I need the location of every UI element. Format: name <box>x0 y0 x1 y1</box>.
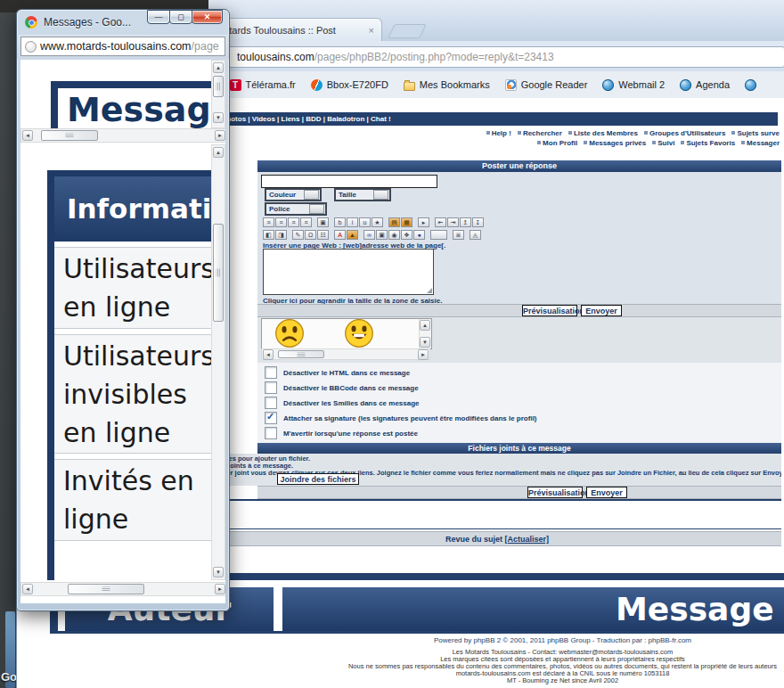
scroll-down-icon[interactable] <box>420 337 430 348</box>
bookmark-item[interactable] <box>745 79 761 91</box>
user-nav-link[interactable]: Groupes d'Utilisateurs <box>644 129 725 137</box>
user-nav-link[interactable]: Messages privés <box>584 139 646 147</box>
top-horizontal-scrollbar[interactable] <box>20 128 225 143</box>
checkbox[interactable]: ✓ <box>265 381 277 394</box>
maximize-button[interactable]: ◻ <box>169 10 192 24</box>
format-button[interactable]: ◧ <box>263 230 274 240</box>
smiley-vertical-scrollbar[interactable] <box>419 319 431 348</box>
scroll-right-icon[interactable] <box>418 349 429 360</box>
format-button[interactable]: ≡ <box>275 217 287 227</box>
scrollbar-thumb[interactable] <box>213 76 224 97</box>
scroll-down-icon[interactable] <box>213 567 224 577</box>
bookmark-item[interactable]: Agenda <box>680 79 730 91</box>
user-nav-link[interactable]: Sujets surve <box>731 129 780 137</box>
format-button[interactable]: ◉ <box>388 230 400 240</box>
format-button[interactable]: ≡ <box>263 217 274 227</box>
format-button[interactable]: ▣ <box>376 230 388 240</box>
new-tab-button[interactable] <box>388 24 426 38</box>
scroll-left-icon[interactable] <box>263 349 274 360</box>
popup-title-bar[interactable]: Messages - Goo... — ◻ ✕ <box>17 10 229 35</box>
attach-files-button[interactable]: Joindre des fichiers <box>277 473 359 485</box>
format-button[interactable] <box>430 230 447 240</box>
grin-smiley-icon[interactable] <box>344 318 374 348</box>
smiley-horizontal-scrollbar[interactable] <box>261 348 430 360</box>
format-button[interactable]: ≡ <box>288 217 299 227</box>
bookmark-item[interactable]: Google Reader <box>505 79 588 91</box>
scrollbar-thumb[interactable] <box>213 224 224 322</box>
format-button[interactable]: ☷ <box>317 230 329 240</box>
user-nav-link[interactable]: Sujets Favoris <box>681 139 735 147</box>
sad-smiley-icon[interactable] <box>274 318 305 348</box>
checkbox[interactable]: ✓ <box>265 366 277 379</box>
format-button[interactable]: b <box>334 217 346 227</box>
format-button[interactable]: ≣ <box>453 230 464 240</box>
checkbox[interactable]: ✓ <box>265 412 277 424</box>
format-button[interactable]: ≡ <box>300 217 312 227</box>
minimize-button[interactable]: — <box>147 10 170 24</box>
dropdown-button[interactable] <box>304 190 319 200</box>
color-select[interactable]: Couleur <box>265 188 322 201</box>
tab-close-icon[interactable]: × <box>369 25 374 36</box>
scroll-up-icon[interactable] <box>213 147 224 158</box>
format-button[interactable]: ❖ <box>401 230 412 240</box>
checkbox[interactable]: ✓ <box>265 427 277 439</box>
format-button[interactable]: ▣ <box>317 217 329 227</box>
format-button[interactable]: ◨ <box>275 230 287 240</box>
format-button[interactable]: A <box>334 230 346 240</box>
browser-tab[interactable]: Motards Toulousains :: Post × <box>208 18 382 41</box>
format-button[interactable]: ↧ <box>472 217 484 227</box>
format-button[interactable]: u <box>359 217 371 227</box>
format-button[interactable]: ▲ <box>347 230 358 240</box>
format-button[interactable]: ✎ <box>292 230 304 240</box>
subject-input[interactable] <box>261 175 437 188</box>
font-select[interactable]: Police <box>265 202 327 216</box>
bookmark-item[interactable]: Bbox-E720FD <box>311 79 388 91</box>
user-nav-link[interactable]: Suivi <box>652 139 674 147</box>
format-button[interactable]: ▦ <box>401 217 412 227</box>
refresh-link[interactable]: [Actualiser] <box>505 535 550 544</box>
bookmark-item[interactable]: Mes Bookmarks <box>404 79 490 91</box>
scrollbar-thumb[interactable] <box>41 130 98 141</box>
format-button[interactable]: ◬ <box>470 230 481 240</box>
checkbox[interactable]: ✓ <box>265 397 277 409</box>
send-button-2[interactable]: Envoyer <box>586 487 627 498</box>
scroll-right-icon[interactable] <box>215 584 225 594</box>
format-button[interactable]: ↥ <box>460 217 471 227</box>
user-nav-link[interactable]: Messager <box>741 139 780 147</box>
bookmark-item[interactable]: Télérama.fr <box>230 79 296 91</box>
send-button[interactable]: Envoyer <box>581 305 622 316</box>
format-button[interactable]: ⇥ <box>447 217 459 227</box>
main-horizontal-scrollbar[interactable] <box>20 582 225 596</box>
format-button[interactable]: i <box>347 217 358 227</box>
scroll-up-icon[interactable] <box>420 320 430 331</box>
forum-nav-bar[interactable]: Photos | Videos | Liens | BDD | Baladotr… <box>213 112 778 126</box>
popup-address-bar[interactable]: www.motards-toulousains.com/page <box>20 37 225 56</box>
preview-button-2[interactable]: Prévisualisation <box>527 487 583 498</box>
scroll-left-icon[interactable] <box>22 584 33 594</box>
format-button[interactable]: ★ <box>372 217 383 227</box>
scroll-left-icon[interactable] <box>22 130 33 141</box>
format-button[interactable]: ▤ <box>388 217 400 227</box>
scroll-right-icon[interactable] <box>215 130 225 141</box>
preview-button[interactable]: Prévisualisation <box>522 305 577 316</box>
dropdown-button[interactable] <box>373 190 388 200</box>
user-nav-link[interactable]: Help ! <box>486 129 511 137</box>
bookmark-item[interactable]: Webmail 2 <box>602 79 665 91</box>
scroll-down-icon[interactable] <box>213 112 224 123</box>
close-button[interactable]: ✕ <box>192 10 223 24</box>
top-vertical-scrollbar[interactable] <box>211 60 225 128</box>
format-button[interactable]: Ω <box>305 230 316 240</box>
scrollbar-thumb[interactable] <box>278 350 324 358</box>
user-nav-link[interactable]: Liste des Membres <box>568 129 638 137</box>
message-textarea[interactable] <box>263 249 434 295</box>
format-button[interactable]: ⇤ <box>435 217 446 227</box>
user-nav-link[interactable]: Mon Profil <box>537 139 577 147</box>
user-nav-link[interactable]: Rechercher <box>518 129 562 137</box>
scroll-up-icon[interactable] <box>213 62 224 73</box>
dropdown-button[interactable] <box>309 204 324 214</box>
size-select[interactable]: Taille <box>334 188 391 201</box>
format-button[interactable]: ▸ <box>418 217 429 227</box>
main-vertical-scrollbar[interactable] <box>211 144 225 580</box>
format-button[interactable]: ∞ <box>363 230 375 240</box>
scrollbar-thumb[interactable] <box>68 584 144 594</box>
